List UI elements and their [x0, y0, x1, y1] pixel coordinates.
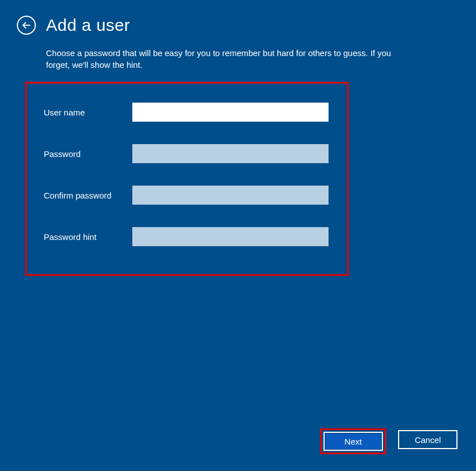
arrow-left-icon [21, 20, 31, 30]
confirm-password-label: Confirm password [44, 191, 132, 200]
page-subtitle: Choose a password that will be easy for … [0, 40, 449, 71]
back-button[interactable] [17, 16, 36, 35]
password-hint-label: Password hint [44, 232, 132, 242]
username-label: User name [44, 108, 132, 117]
username-input[interactable] [132, 103, 329, 122]
page-title: Add a user [46, 16, 130, 35]
next-button[interactable]: Next [324, 432, 383, 451]
add-user-form: User name Password Confirm password Pass… [25, 82, 349, 276]
confirm-password-input[interactable] [132, 186, 329, 205]
cancel-button[interactable]: Cancel [398, 430, 457, 449]
password-hint-input[interactable] [132, 227, 329, 246]
password-input[interactable] [132, 144, 329, 163]
password-label: Password [44, 149, 132, 159]
